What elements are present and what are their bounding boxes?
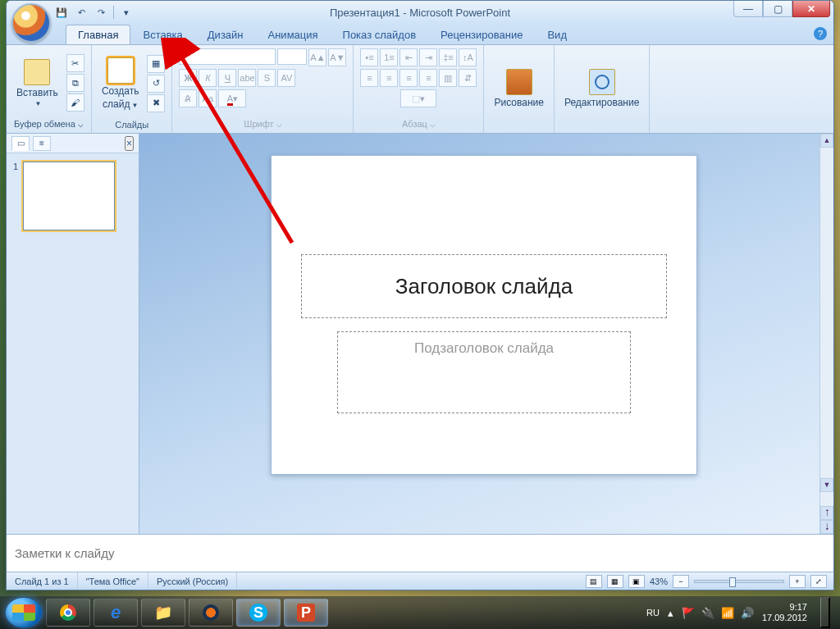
font-name-combo[interactable] xyxy=(179,48,276,65)
tab-slideshow[interactable]: Показ слайдов xyxy=(331,25,429,44)
normal-view-button[interactable]: ▤ xyxy=(586,575,602,588)
underline-button[interactable]: Ч xyxy=(218,69,236,87)
tray-network-icon[interactable]: 📶 xyxy=(721,607,734,619)
tray-clock[interactable]: 9:17 17.09.2012 xyxy=(762,602,807,623)
change-case-button[interactable]: Aa xyxy=(199,89,217,107)
zoom-slider[interactable] xyxy=(694,580,784,583)
maximize-button[interactable]: ▢ xyxy=(763,1,792,17)
panel-close-button[interactable]: × xyxy=(125,136,134,151)
align-center-button[interactable]: ≡ xyxy=(380,69,398,87)
bold-button[interactable]: Ж xyxy=(179,69,197,87)
tab-design[interactable]: Дизайн xyxy=(195,25,256,44)
undo-button[interactable]: ↶ xyxy=(74,5,89,20)
scroll-down-button[interactable]: ▼ xyxy=(820,478,833,492)
paste-button[interactable]: Вставить ▼ xyxy=(13,57,62,109)
notes-input[interactable] xyxy=(7,535,833,572)
tray-power-icon[interactable]: 🔌 xyxy=(701,607,714,619)
bullets-button[interactable]: •≡ xyxy=(360,48,378,66)
close-button[interactable]: ✕ xyxy=(792,1,830,17)
slide-delete-button[interactable]: ✖ xyxy=(147,94,165,112)
align-text-button[interactable]: ⇵ xyxy=(459,69,477,87)
status-language[interactable]: Русский (Россия) xyxy=(148,572,237,590)
zoom-in-button[interactable]: + xyxy=(789,575,806,588)
slide-reset-button[interactable]: ↺ xyxy=(147,75,165,93)
help-button[interactable]: ? xyxy=(814,27,827,40)
drawing-button[interactable]: Рисование xyxy=(491,67,546,110)
strikethrough-button[interactable]: S xyxy=(258,69,276,87)
vertical-scrollbar[interactable]: ▲ ▼ ⭡ ⭣ xyxy=(819,134,833,534)
group-drawing: Рисование xyxy=(484,45,554,133)
tab-view[interactable]: Вид xyxy=(535,25,579,44)
format-painter-button[interactable]: 🖌 xyxy=(66,93,84,112)
save-button[interactable]: 💾 xyxy=(54,5,69,20)
decrease-indent-button[interactable]: ⇤ xyxy=(399,48,418,66)
next-slide-button[interactable]: ⭣ xyxy=(820,520,833,534)
group-clipboard: Вставить ▼ ✂ ⧉ 🖌 Буфер обмена ⌵ xyxy=(7,45,92,133)
slides-tab[interactable]: ▭ xyxy=(11,136,30,151)
align-left-button[interactable]: ≡ xyxy=(360,69,378,87)
text-direction-button[interactable]: ↕A xyxy=(459,48,477,66)
copy-button[interactable]: ⧉ xyxy=(66,74,84,92)
tray-language[interactable]: RU xyxy=(646,608,660,618)
subtitle-placeholder[interactable]: Подзаголовок слайда xyxy=(337,331,631,413)
tray-volume-icon[interactable]: 🔊 xyxy=(741,607,754,619)
tab-home[interactable]: Главная xyxy=(66,25,130,44)
numbering-button[interactable]: 1≡ xyxy=(380,48,398,66)
title-bar: 💾 ↶ ↷ ▾ Презентация1 - Microsoft PowerPo… xyxy=(7,1,833,24)
skype-icon: S xyxy=(249,604,267,622)
office-button[interactable] xyxy=(11,3,51,43)
prev-slide-button[interactable]: ⭡ xyxy=(820,506,833,520)
font-color-button[interactable]: A▾ xyxy=(218,89,246,107)
zoom-out-button[interactable]: − xyxy=(673,575,689,588)
taskbar-skype[interactable]: S xyxy=(236,599,281,627)
media-icon xyxy=(203,604,219,621)
tray-flag-icon[interactable]: 🚩 xyxy=(682,607,695,619)
minimize-button[interactable]: — xyxy=(733,1,763,17)
slide-thumbnails: 1 xyxy=(7,153,139,239)
title-placeholder[interactable]: Заголовок слайда xyxy=(301,254,667,318)
status-bar: Слайд 1 из 1 "Тема Office" Русский (Росс… xyxy=(7,572,833,590)
increase-indent-button[interactable]: ⇥ xyxy=(419,48,437,66)
char-spacing-button[interactable]: AV xyxy=(277,69,295,87)
editing-button[interactable]: Редактирование xyxy=(561,67,642,110)
shrink-font-button[interactable]: A▼ xyxy=(328,48,346,66)
shadow-button[interactable]: abe xyxy=(238,69,256,87)
line-spacing-button[interactable]: ‡≡ xyxy=(439,48,457,66)
tab-review[interactable]: Рецензирование xyxy=(428,25,535,44)
taskbar-chrome[interactable] xyxy=(46,599,90,627)
slide-layout-button[interactable]: ▦ xyxy=(147,55,165,73)
grow-font-button[interactable]: A▲ xyxy=(308,48,326,66)
windows-taskbar: e 📁 S P RU ▴ 🚩 🔌 📶 🔊 9:17 17.09.2012 xyxy=(0,596,840,629)
align-right-button[interactable]: ≡ xyxy=(399,69,418,87)
justify-button[interactable]: ≡ xyxy=(419,69,437,87)
clear-formatting-button[interactable]: A̷ xyxy=(179,89,197,107)
zoom-value: 43% xyxy=(650,577,668,586)
slide-editor[interactable]: Заголовок слайда Подзаголовок слайда ▲ ▼… xyxy=(139,134,833,534)
redo-button[interactable]: ↷ xyxy=(94,5,108,20)
subtitle-placeholder-text: Подзаголовок слайда xyxy=(414,340,554,357)
cut-button[interactable]: ✂ xyxy=(66,54,84,72)
font-size-combo[interactable] xyxy=(277,48,307,65)
slide-canvas[interactable]: Заголовок слайда Подзаголовок слайда xyxy=(271,155,697,475)
show-desktop-button[interactable] xyxy=(820,597,830,628)
tab-insert[interactable]: Вставка xyxy=(130,25,194,44)
folder-icon: 📁 xyxy=(154,604,172,622)
taskbar-ie[interactable]: e xyxy=(94,599,138,627)
sorter-view-button[interactable]: ▦ xyxy=(607,575,623,588)
tray-show-hidden[interactable]: ▴ xyxy=(668,607,673,619)
qat-customize-button[interactable]: ▾ xyxy=(119,5,134,20)
taskbar-mediaplayer[interactable] xyxy=(189,599,233,627)
scroll-up-button[interactable]: ▲ xyxy=(820,134,833,148)
outline-tab[interactable]: ≡ xyxy=(33,136,51,151)
tab-animation[interactable]: Анимация xyxy=(256,25,331,44)
convert-smartart-button[interactable]: ⬚▾ xyxy=(400,89,436,107)
slideshow-view-button[interactable]: ▣ xyxy=(628,575,645,588)
fit-window-button[interactable]: ⤢ xyxy=(810,575,827,588)
start-button[interactable] xyxy=(5,597,43,628)
taskbar-powerpoint[interactable]: P xyxy=(284,599,328,627)
italic-button[interactable]: К xyxy=(199,69,217,87)
columns-button[interactable]: ▥ xyxy=(439,69,457,87)
new-slide-button[interactable]: Создать слайд▼ xyxy=(98,56,143,112)
taskbar-explorer[interactable]: 📁 xyxy=(141,599,185,627)
slide-thumbnail-1[interactable]: 1 xyxy=(13,162,132,230)
